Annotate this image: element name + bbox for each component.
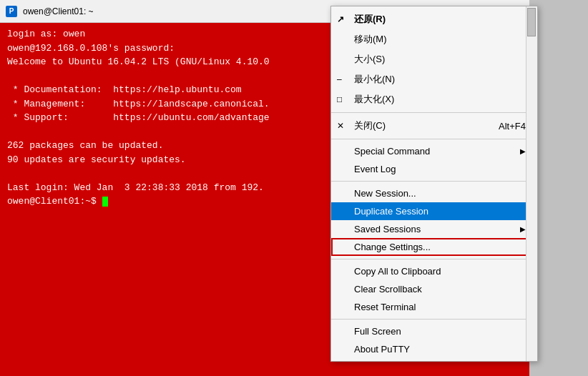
menu-item-special-command[interactable]: Special Command ▶ [331,142,537,160]
separator-3 [331,181,537,182]
menu-item-copy-all[interactable]: Copy All to Clipboard [331,262,537,280]
menu-label-change-settings: Change Settings... [354,242,431,252]
separator-4 [331,259,537,259]
separator-1 [331,112,537,113]
menu-label-saved-sessions: Saved Sessions [354,224,421,234]
menu-item-size[interactable]: 大小(S) [331,49,537,69]
menu-label-restore: 还原(R) [354,13,386,26]
menu-label-clear-scrollback: Clear Scrollback [354,284,422,295]
menu-label-special-command: Special Command [354,146,430,157]
menu-label-full-screen: Full Screen [354,326,401,337]
restore-icon: ↗ [337,14,344,24]
menu-item-reset-terminal[interactable]: Reset Terminal [331,298,537,316]
separator-2 [331,139,537,139]
menu-item-full-screen[interactable]: Full Screen [331,322,537,340]
putty-icon: P [6,6,17,17]
menu-item-close[interactable]: ✕ 关闭(C) Alt+F4 [331,116,537,136]
menu-label-move: 移动(M) [354,33,387,46]
menu-label-reset-terminal: Reset Terminal [354,302,416,312]
menu-item-duplicate-session[interactable]: Duplicate Session [331,202,537,220]
arrow-icon-saved: ▶ [520,225,526,233]
terminal-cursor [102,197,108,207]
menu-item-minimize[interactable]: – 最小化(N) [331,69,537,89]
minimize-icon: – [337,74,342,84]
menu-item-move[interactable]: 移动(M) [331,29,537,49]
menu-label-close: 关闭(C) [354,119,386,132]
scrollbar-thumb[interactable] [527,8,536,36]
menu-item-maximize[interactable]: □ 最大化(X) [331,89,537,109]
menu-label-copy-all: Copy All to Clipboard [354,266,441,277]
separator-5 [331,319,537,320]
menu-item-new-session[interactable]: New Session... [331,184,537,202]
menu-label-minimize: 最小化(N) [354,73,395,86]
menu-label-event-log: Event Log [354,164,396,174]
close-menu-icon: ✕ [337,121,344,131]
context-menu-scrollbar[interactable] [526,6,537,361]
menu-item-clear-scrollback[interactable]: Clear Scrollback [331,280,537,298]
menu-item-event-log[interactable]: Event Log [331,160,537,178]
arrow-icon-special: ▶ [520,147,526,155]
menu-label-size: 大小(S) [354,53,385,66]
context-menu: ↗ 还原(R) 移动(M) 大小(S) – 最小化(N) □ 最大化(X) ✕ … [330,6,538,362]
menu-label-duplicate-session: Duplicate Session [354,206,428,217]
menu-label-about-putty: About PuTTY [354,344,410,355]
menu-item-restore[interactable]: ↗ 还原(R) [331,9,537,29]
menu-label-maximize: 最大化(X) [354,93,394,106]
menu-item-change-settings[interactable]: Change Settings... [331,238,537,256]
close-shortcut: Alt+F4 [499,121,526,132]
menu-label-new-session: New Session... [354,188,416,199]
menu-item-saved-sessions[interactable]: Saved Sessions ▶ [331,220,537,238]
menu-item-about-putty[interactable]: About PuTTY [331,340,537,358]
maximize-icon: □ [337,94,342,104]
